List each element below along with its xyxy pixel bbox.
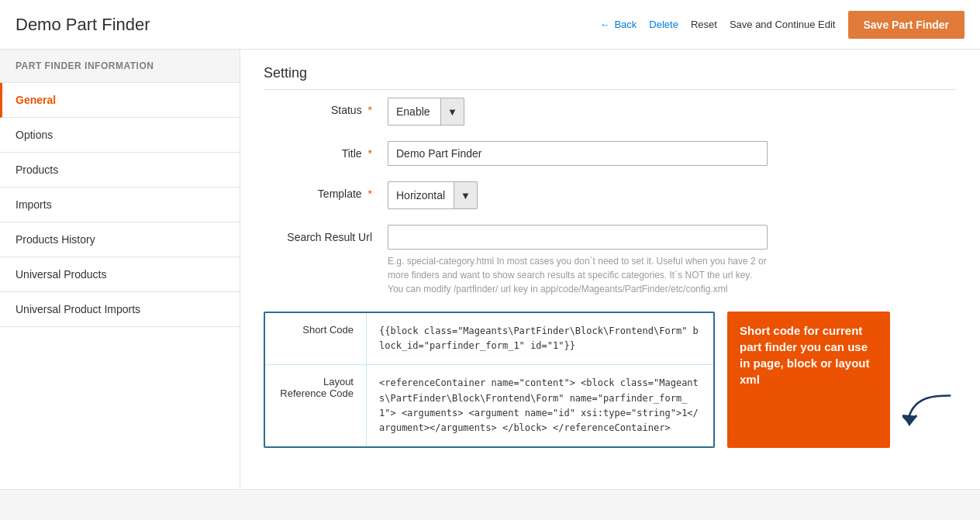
template-dropdown-arrow[interactable]: ▼ — [454, 182, 477, 208]
save-button[interactable]: Save Part Finder — [848, 11, 965, 39]
page-title: Demo Part Finder — [16, 15, 587, 35]
sidebar-item-products-history[interactable]: Products History — [0, 222, 240, 257]
search-url-hint: E.g. special-category.html In most cases… — [388, 254, 768, 296]
title-control-wrap — [388, 141, 957, 166]
status-row: Status * Enable Disable ▼ — [264, 98, 957, 126]
back-arrow-icon: ← — [599, 19, 609, 30]
short-code-label: Short Code — [265, 313, 366, 364]
title-required: * — [368, 147, 372, 160]
sidebar-item-products[interactable]: Products — [0, 153, 240, 188]
main-content: Setting Status * Enable Disable ▼ Title — [240, 50, 980, 489]
page-body: PART FINDER INFORMATION General Options … — [0, 50, 980, 489]
search-url-control-wrap: E.g. special-category.html In most cases… — [388, 225, 957, 296]
delete-button[interactable]: Delete — [649, 19, 678, 30]
svg-marker-0 — [902, 415, 917, 426]
arrow-icon — [902, 386, 957, 432]
back-button[interactable]: ← Back — [599, 19, 637, 30]
page-footer — [0, 489, 980, 520]
short-code-value: {{block class="Mageants\PartFinder\Block… — [366, 313, 713, 364]
layout-ref-row: Layout Reference Code <referenceContaine… — [265, 365, 713, 446]
section-title: Setting — [264, 65, 957, 90]
search-url-input[interactable] — [388, 225, 768, 250]
arrow-container — [902, 312, 957, 448]
layout-ref-label: Layout Reference Code — [265, 365, 366, 446]
sidebar-section-title: PART FINDER INFORMATION — [0, 50, 240, 83]
status-select[interactable]: Enable Disable — [388, 100, 440, 123]
sidebar-item-general[interactable]: General — [0, 83, 240, 118]
status-control-wrap: Enable Disable ▼ — [388, 98, 957, 126]
back-label: Back — [614, 19, 637, 30]
search-url-label: Search Result Url — [264, 225, 388, 243]
search-url-row: Search Result Url E.g. special-category.… — [264, 225, 957, 296]
template-select-wrap: Horizontal Vertical ▼ — [388, 181, 478, 209]
sidebar-item-universal-product-imports[interactable]: Universal Product Imports — [0, 292, 240, 327]
status-label: Status * — [264, 98, 388, 116]
code-block-container: Short Code {{block class="Mageants\PartF… — [264, 312, 957, 448]
header-actions: ← Back Delete Reset Save and Continue Ed… — [599, 11, 964, 39]
title-row: Title * — [264, 141, 957, 166]
sidebar: PART FINDER INFORMATION General Options … — [0, 50, 240, 489]
sidebar-item-options[interactable]: Options — [0, 118, 240, 153]
tooltip-box: Short code for current part finder you c… — [727, 312, 890, 448]
status-select-wrap: Enable Disable ▼ — [388, 98, 464, 126]
save-continue-button[interactable]: Save and Continue Edit — [730, 19, 836, 30]
status-dropdown-arrow[interactable]: ▼ — [440, 98, 464, 125]
sidebar-item-universal-products[interactable]: Universal Products — [0, 257, 240, 292]
template-label: Template * — [264, 181, 388, 200]
sidebar-item-imports[interactable]: Imports — [0, 188, 240, 222]
template-control-wrap: Horizontal Vertical ▼ — [388, 181, 957, 209]
code-table: Short Code {{block class="Mageants\PartF… — [264, 312, 715, 448]
template-select[interactable]: Horizontal Vertical — [388, 184, 454, 207]
template-row: Template * Horizontal Vertical ▼ — [264, 181, 957, 209]
template-required: * — [368, 188, 372, 200]
title-input[interactable] — [388, 141, 768, 166]
reset-button[interactable]: Reset — [691, 19, 717, 30]
page-header: Demo Part Finder ← Back Delete Reset Sav… — [0, 0, 980, 50]
short-code-row: Short Code {{block class="Mageants\PartF… — [265, 313, 713, 365]
status-required: * — [368, 104, 372, 116]
layout-ref-value: <referenceContainer name="content"> <blo… — [366, 365, 713, 446]
title-label: Title * — [264, 141, 388, 160]
